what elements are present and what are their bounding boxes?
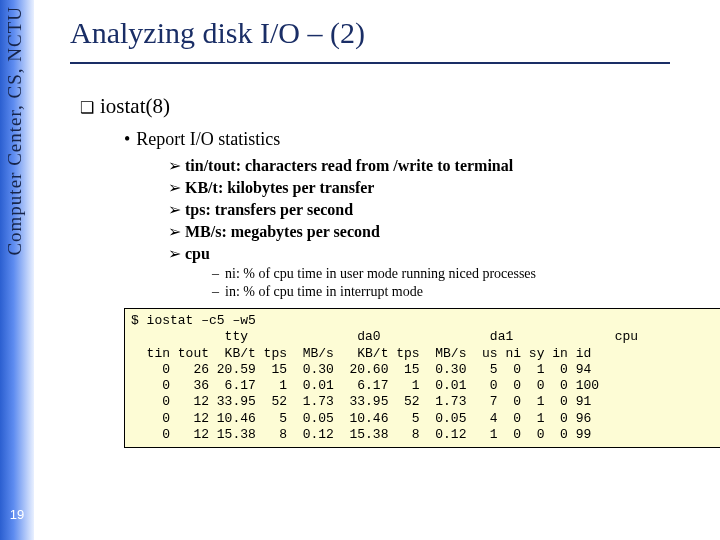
triangle-bullet-icon: ➢: [168, 157, 181, 174]
dash-bullet-icon: –: [212, 284, 219, 299]
triangle-bullet-icon: ➢: [168, 223, 181, 240]
code-row: 0 12 33.95 52 1.73 33.95 52 1.73 7 0 1 0…: [131, 394, 591, 409]
bullet-l4-b: –in: % of cpu time in interrupt mode: [212, 284, 710, 300]
l3a-text: tin/tout: characters read from /write to…: [185, 157, 513, 174]
bullet-l2: •Report I/O statistics: [124, 129, 710, 150]
triangle-bullet-icon: ➢: [168, 245, 181, 262]
sidebar: Computer Center, CS, NCTU 19: [0, 0, 34, 540]
triangle-bullet-icon: ➢: [168, 179, 181, 196]
slide-title: Analyzing disk I/O – (2): [70, 16, 710, 50]
bullet-l3-c: ➢tps: transfers per second: [168, 200, 710, 219]
l3b-text: KB/t: kilobytes per transfer: [185, 179, 374, 196]
bullet-l3-b: ➢KB/t: kilobytes per transfer: [168, 178, 710, 197]
code-row: 0 12 15.38 8 0.12 15.38 8 0.12 1 0 0 0 9…: [131, 427, 591, 442]
code-cmd: $ iostat –c5 –w5: [131, 313, 256, 328]
l4a-text: ni: % of cpu time in user mode running n…: [225, 266, 536, 281]
iostat-output: $ iostat –c5 –w5 tty da0 da1 cpu tin tou…: [124, 308, 720, 448]
l1-text: iostat(8): [100, 94, 170, 118]
square-bullet-icon: ❑: [80, 99, 94, 116]
page-number: 19: [0, 507, 34, 522]
code-row: 0 36 6.17 1 0.01 6.17 1 0.01 0 0 0 0 100: [131, 378, 599, 393]
title-underline: [70, 62, 670, 64]
code-h2: tin tout KB/t tps MB/s KB/t tps MB/s us …: [131, 346, 591, 361]
dot-bullet-icon: •: [124, 129, 130, 149]
code-row: 0 26 20.59 15 0.30 20.60 15 0.30 5 0 1 0…: [131, 362, 591, 377]
triangle-bullet-icon: ➢: [168, 201, 181, 218]
code-h1: tty da0 da1 cpu: [131, 329, 638, 344]
bullet-l3-e: ➢cpu: [168, 244, 710, 263]
l3e-text: cpu: [185, 245, 210, 262]
l4b-text: in: % of cpu time in interrupt mode: [225, 284, 423, 299]
sidebar-label: Computer Center, CS, NCTU: [4, 6, 26, 256]
bullet-l3-d: ➢MB/s: megabytes per second: [168, 222, 710, 241]
l2-text: Report I/O statistics: [136, 129, 280, 149]
l3c-text: tps: transfers per second: [185, 201, 353, 218]
code-row: 0 12 10.46 5 0.05 10.46 5 0.05 4 0 1 0 9…: [131, 411, 591, 426]
bullet-l3-a: ➢tin/tout: characters read from /write t…: [168, 156, 710, 175]
l3d-text: MB/s: megabytes per second: [185, 223, 380, 240]
bullet-l4-a: –ni: % of cpu time in user mode running …: [212, 266, 710, 282]
bullet-l1: ❑iostat(8): [80, 94, 710, 119]
dash-bullet-icon: –: [212, 266, 219, 281]
slide-content: Analyzing disk I/O – (2) ❑iostat(8) •Rep…: [70, 10, 710, 448]
